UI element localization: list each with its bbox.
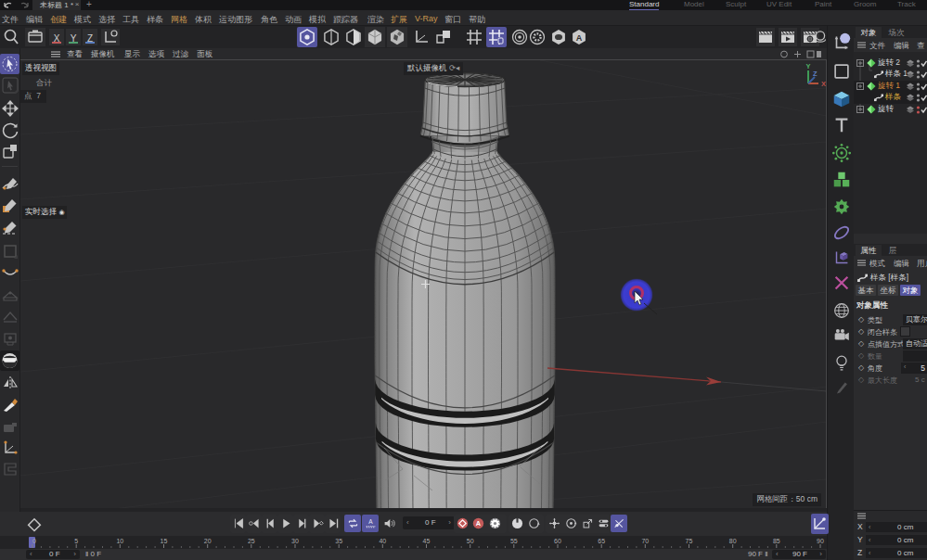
svg-text:70: 70 xyxy=(641,538,649,544)
svg-text:25: 25 xyxy=(248,538,255,544)
svg-text:5: 5 xyxy=(74,538,78,544)
svg-text:10: 10 xyxy=(116,538,123,544)
svg-text:A: A xyxy=(476,519,482,528)
svg-text:A: A xyxy=(576,33,583,43)
svg-text:35: 35 xyxy=(335,538,342,544)
svg-text:85: 85 xyxy=(773,538,780,544)
svg-text:90: 90 xyxy=(817,538,824,544)
svg-text:15: 15 xyxy=(161,538,168,544)
svg-text:30: 30 xyxy=(291,538,299,544)
svg-text:0: 0 xyxy=(32,538,36,544)
svg-text:80: 80 xyxy=(729,538,737,544)
svg-text:Z: Z xyxy=(813,70,818,78)
svg-text:Y: Y xyxy=(805,63,810,70)
svg-text:75: 75 xyxy=(686,538,693,544)
svg-text:60: 60 xyxy=(554,538,561,544)
svg-text:X: X xyxy=(821,80,826,88)
svg-text:65: 65 xyxy=(598,538,605,544)
svg-text:45: 45 xyxy=(423,538,431,544)
svg-text:40: 40 xyxy=(379,538,386,544)
svg-text:A: A xyxy=(368,518,373,525)
svg-text:20: 20 xyxy=(204,538,212,544)
svg-text:55: 55 xyxy=(510,538,518,544)
svg-text:50: 50 xyxy=(467,538,474,544)
